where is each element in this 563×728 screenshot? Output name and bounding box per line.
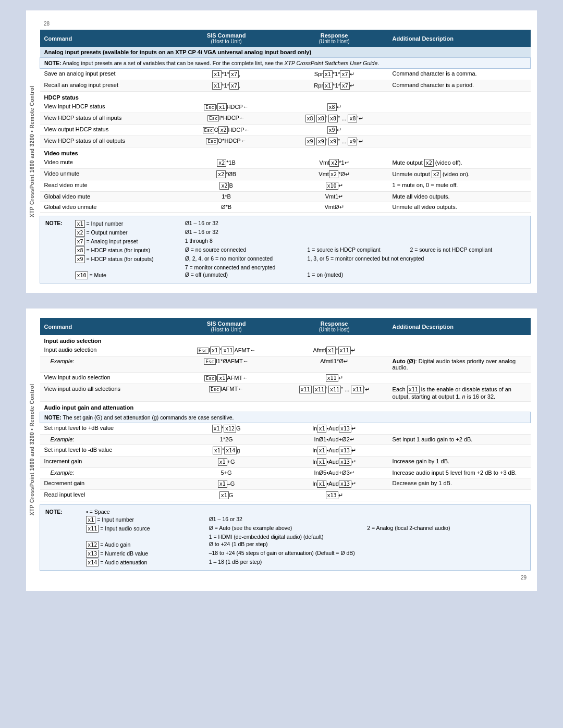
main-table-2: Command SIS Command (Host to Unit) Respo… [40, 318, 531, 501]
cmd-desc [388, 136, 531, 147]
table-row: Video mute x2*1B Vmtx2*1↵ Mute output x2… [40, 157, 531, 169]
legend-row: x13 = Numeric dB value –18 to +24 (45 st… [45, 549, 525, 558]
table-row: Set input level to +dB value x1*x12G Inx… [40, 423, 531, 435]
cmd-label: Set input level to -dB value [40, 445, 173, 456]
cmd-sis: 5+G [173, 468, 280, 478]
page-number-2: 29 [517, 574, 531, 582]
cmd-label: Read video mute [40, 180, 173, 192]
input-audio-section-label: Input audio selection [40, 335, 531, 345]
legend-row: x9 = HDCP status (for outputs) Ø, 2, 4, … [45, 255, 525, 264]
cmd-response: Vmt1↵ [280, 192, 388, 202]
content-area-1: 28 Command SIS Command (Host to Unit) Re… [38, 16, 537, 288]
main-table-1: Command SIS Command (Host to Unit) Respo… [40, 30, 531, 213]
col-sis: SIS Command (Host to Unit) [173, 30, 280, 47]
legend-row: x2 = Output number Ø1 – 16 or 32 [45, 228, 525, 237]
cmd-sis: 1*B [173, 192, 280, 202]
table-row: Recall an analog input preset x1*1*x7. R… [40, 80, 531, 92]
cmd-label: View HDCP status of all outputs [40, 136, 173, 147]
cmd-label: Global video mute [40, 192, 173, 202]
cmd-desc: Decrease gain by 1 dB. [388, 478, 531, 490]
table-row: View output HDCP status EscOx2HDCP← x9↵ [40, 125, 531, 136]
cmd-desc: 1 = mute on, 0 = mute off. [388, 180, 531, 192]
table-row: View HDCP status of all outputs EscO*HDC… [40, 136, 531, 147]
cmd-response: AfmtI1*Ø↵ [280, 356, 388, 373]
analog-section-label: Analog input presets (available for inpu… [44, 49, 312, 55]
cmd-sis: EscI1*ØAFMT← [173, 356, 280, 373]
cmd-response: x10↵ [280, 180, 388, 192]
cmd-sis: x2B [173, 180, 280, 192]
legend-row: x1 = Input number Ø1 – 16 or 32 [45, 515, 525, 524]
table-row: View input audio all selections EscIAFMT… [40, 384, 531, 402]
cmd-label: Set input level to +dB value [40, 423, 173, 435]
table-row: View HDCP status of all inputs EscI*HDCP… [40, 113, 531, 125]
cmd-label: View input audio selection [40, 373, 173, 384]
cmd-desc: Unmute output x2 (video on). [388, 169, 531, 180]
cmd-sis: x1*1*x7, [173, 69, 280, 80]
cmd-desc: Mute output x2 (video off). [388, 157, 531, 169]
cmd-sis: x1+G [173, 456, 280, 468]
cmd-desc: Set input 1 audio gain to +2 dB. [388, 435, 531, 445]
cmd-label: Video unmute [40, 169, 173, 180]
cmd-desc: Increase audio input 5 level from +2 dB … [388, 468, 531, 478]
sidebar-label-1: XTP CrossPoint 1600 and 3200 • Remote Co… [26, 16, 38, 288]
cmd-response: x13↵ [280, 490, 388, 501]
video-mute-section-row: Video mutes [40, 147, 531, 158]
cmd-label: Global video unmute [40, 202, 173, 213]
page-gap [26, 293, 537, 309]
gain-note-row: NOTE: The set gain (G) and set attenuati… [40, 412, 531, 423]
cmd-sis: x1*1*x7. [173, 80, 280, 92]
cmd-response: Vmtx2*Ø↵ [280, 169, 388, 180]
legend-row: x12 = Audio gain Ø to +24 (1 dB per step… [45, 540, 525, 549]
cmd-label: Input audio selection [40, 345, 173, 356]
cmd-label: Example: [40, 435, 173, 445]
legend-row: 7 = monitor connected and encrypted [45, 264, 525, 271]
cmd-response: x11↵ [280, 373, 388, 384]
legend-box-2: NOTE: • = Space x1 = Input number Ø1 – 1… [40, 504, 531, 571]
sidebar-label-2: XTP CrossPoint 1600 and 3200 • Remote Co… [26, 314, 38, 586]
cmd-label: Save an analog input preset [40, 69, 173, 80]
content-area-2: Command SIS Command (Host to Unit) Respo… [38, 314, 537, 586]
cmd-desc: Command character is a period. [388, 80, 531, 92]
legend-table-1: NOTE: x1 = Input number Ø1 – 16 or 32 x2… [45, 219, 525, 280]
cmd-label: View HDCP status of all inputs [40, 113, 173, 125]
cmd-desc [388, 490, 531, 501]
cmd-sis: EscIx1HDCP← [173, 102, 280, 113]
cmd-label: Video mute [40, 157, 173, 169]
col-response-2: Response (Unit to Host) [280, 318, 388, 335]
video-mute-section-label: Video mutes [40, 147, 531, 158]
table-row: View input HDCP status EscIx1HDCP← x8↵ [40, 102, 531, 113]
cmd-desc [388, 113, 531, 125]
input-audio-section-row: Input audio selection [40, 335, 531, 345]
cmd-sis: 1*2G [173, 435, 280, 445]
cmd-label: Read input level [40, 490, 173, 501]
cmd-response: Sprx1*1*x7↵ [280, 69, 388, 80]
cmd-sis: Ø*B [173, 202, 280, 213]
cmd-sis: x1G [173, 490, 280, 501]
cmd-sis: EscO*HDCP← [173, 136, 280, 147]
cmd-sis: EscOx2HDCP← [173, 125, 280, 136]
cmd-label: View output HDCP status [40, 125, 173, 136]
cmd-label: View input audio all selections [40, 384, 173, 402]
cmd-sis: EscIx1AFMT← [173, 373, 280, 384]
table-row: Input audio selection EscIx1*x11AFMT← Af… [40, 345, 531, 356]
cmd-desc [388, 373, 531, 384]
cmd-sis: x1*x14g [173, 445, 280, 456]
gain-section-label: Audio input gain and attenuation [40, 402, 531, 412]
cmd-desc [388, 345, 531, 356]
cmd-desc [388, 125, 531, 136]
cmd-desc: Increase gain by 1 dB. [388, 456, 531, 468]
page-1: XTP CrossPoint 1600 and 3200 • Remote Co… [26, 10, 537, 293]
cmd-response: x9↵ [280, 125, 388, 136]
table-row: Increment gain x1+G Inx1•Audx13↵ Increas… [40, 456, 531, 468]
analog-note-text: NOTE: Analog input presets are a set of … [44, 60, 379, 66]
table-row: Example: 5+G InØ5•Aud+Ø3↵ Increase audio… [40, 468, 531, 478]
table-row: Save an analog input preset x1*1*x7, Spr… [40, 69, 531, 80]
table-row: Global video unmute Ø*B VmtØ↵ Unmute all… [40, 202, 531, 213]
legend-row: x14 = Audio attenuation 1 – 18 (1 dB per… [45, 558, 525, 567]
cmd-desc: Auto (Ø): Digital audio takes priority o… [388, 356, 531, 373]
col-command: Command [40, 30, 173, 47]
cmd-desc: Each x11 is the enable or disable status… [388, 384, 531, 402]
page-number-1: 28 [40, 20, 54, 28]
table-row: Global video mute 1*B Vmt1↵ Mute all vid… [40, 192, 531, 202]
table-row: View input audio selection EscIx1AFMT← x… [40, 373, 531, 384]
